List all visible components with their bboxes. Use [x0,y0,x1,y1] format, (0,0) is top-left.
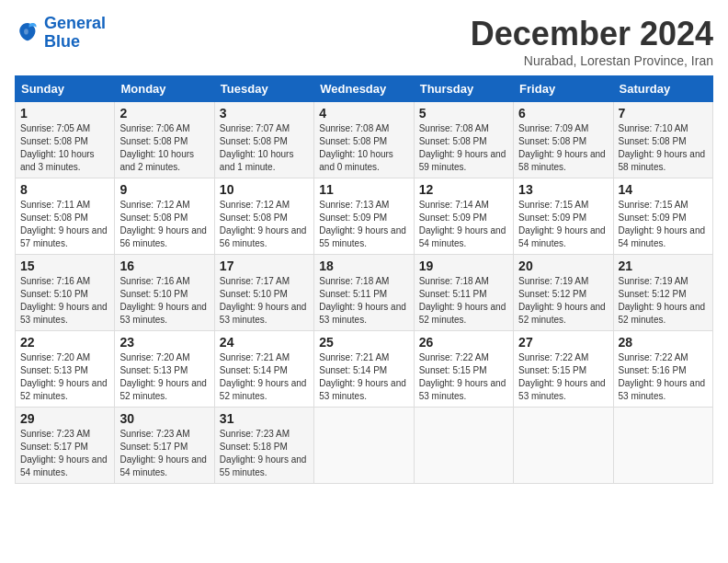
calendar-cell: 9Sunrise: 7:12 AMSunset: 5:08 PMDaylight… [115,178,214,255]
day-number: 26 [419,335,508,350]
day-number: 7 [619,106,708,121]
calendar-cell: 17Sunrise: 7:17 AMSunset: 5:10 PMDayligh… [214,255,313,331]
day-number: 10 [220,182,309,197]
weekday-monday: Monday [115,76,214,102]
calendar-cell: 26Sunrise: 7:22 AMSunset: 5:15 PMDayligh… [414,331,513,408]
day-number: 20 [518,259,608,273]
day-number: 15 [20,259,109,273]
calendar-cell: 29Sunrise: 7:23 AMSunset: 5:17 PMDayligh… [16,408,115,484]
day-number: 11 [319,182,408,197]
calendar-week-3: 15Sunrise: 7:16 AMSunset: 5:10 PMDayligh… [16,255,713,331]
calendar-cell: 2Sunrise: 7:06 AMSunset: 5:08 PMDaylight… [115,102,214,178]
day-info: Sunrise: 7:20 AMSunset: 5:13 PMDaylight:… [119,351,209,403]
day-info: Sunrise: 7:18 AMSunset: 5:11 PMDaylight:… [319,275,408,327]
calendar-cell: 27Sunrise: 7:22 AMSunset: 5:15 PMDayligh… [514,331,613,408]
calendar-week-4: 22Sunrise: 7:20 AMSunset: 5:13 PMDayligh… [16,331,713,408]
day-info: Sunrise: 7:15 AMSunset: 5:09 PMDaylight:… [619,199,708,250]
day-info: Sunrise: 7:15 AMSunset: 5:09 PMDaylight:… [518,199,608,250]
calendar-cell: 11Sunrise: 7:13 AMSunset: 5:09 PMDayligh… [314,178,414,255]
day-number: 2 [119,106,209,121]
day-info: Sunrise: 7:06 AMSunset: 5:08 PMDaylight:… [119,122,209,174]
day-info: Sunrise: 7:16 AMSunset: 5:10 PMDaylight:… [20,275,109,327]
calendar-week-5: 29Sunrise: 7:23 AMSunset: 5:17 PMDayligh… [16,408,713,484]
calendar-body: 1Sunrise: 7:05 AMSunset: 5:08 PMDaylight… [16,102,713,484]
day-info: Sunrise: 7:14 AMSunset: 5:09 PMDaylight:… [419,199,508,250]
day-number: 24 [220,335,309,350]
day-info: Sunrise: 7:23 AMSunset: 5:17 PMDaylight:… [119,428,209,479]
title-block: December 2024 Nurabad, Lorestan Province… [471,15,713,68]
day-info: Sunrise: 7:21 AMSunset: 5:14 PMDaylight:… [220,351,309,403]
day-number: 18 [319,259,408,273]
day-info: Sunrise: 7:22 AMSunset: 5:15 PMDaylight:… [518,351,608,403]
calendar-cell: 16Sunrise: 7:16 AMSunset: 5:10 PMDayligh… [115,255,214,331]
weekday-sunday: Sunday [16,76,115,102]
day-number: 12 [419,182,508,197]
day-number: 23 [119,335,209,350]
day-info: Sunrise: 7:19 AMSunset: 5:12 PMDaylight:… [518,275,608,327]
calendar-cell: 4Sunrise: 7:08 AMSunset: 5:08 PMDaylight… [314,102,414,178]
day-info: Sunrise: 7:22 AMSunset: 5:16 PMDaylight:… [619,351,708,403]
calendar-cell: 25Sunrise: 7:21 AMSunset: 5:14 PMDayligh… [314,331,414,408]
day-info: Sunrise: 7:19 AMSunset: 5:12 PMDaylight:… [619,275,708,327]
weekday-saturday: Saturday [613,76,712,102]
day-info: Sunrise: 7:11 AMSunset: 5:08 PMDaylight:… [20,199,109,250]
day-number: 8 [20,182,109,197]
day-info: Sunrise: 7:17 AMSunset: 5:10 PMDaylight:… [220,275,309,327]
day-info: Sunrise: 7:18 AMSunset: 5:11 PMDaylight:… [419,275,508,327]
calendar-cell: 8Sunrise: 7:11 AMSunset: 5:08 PMDaylight… [16,178,115,255]
day-info: Sunrise: 7:23 AMSunset: 5:18 PMDaylight:… [220,428,309,479]
month-title: December 2024 [471,15,713,53]
day-info: Sunrise: 7:21 AMSunset: 5:14 PMDaylight:… [319,351,408,403]
logo: General Blue [15,15,106,52]
calendar-table: SundayMondayTuesdayWednesdayThursdayFrid… [15,75,713,484]
day-number: 25 [319,335,408,350]
calendar-week-2: 8Sunrise: 7:11 AMSunset: 5:08 PMDaylight… [16,178,713,255]
calendar-cell: 12Sunrise: 7:14 AMSunset: 5:09 PMDayligh… [414,178,513,255]
location-subtitle: Nurabad, Lorestan Province, Iran [471,53,713,68]
day-info: Sunrise: 7:23 AMSunset: 5:17 PMDaylight:… [20,428,109,479]
day-info: Sunrise: 7:12 AMSunset: 5:08 PMDaylight:… [119,199,209,250]
day-number: 30 [119,411,209,426]
day-number: 5 [419,106,508,121]
calendar-cell: 31Sunrise: 7:23 AMSunset: 5:18 PMDayligh… [214,408,313,484]
calendar-cell: 15Sunrise: 7:16 AMSunset: 5:10 PMDayligh… [16,255,115,331]
day-info: Sunrise: 7:09 AMSunset: 5:08 PMDaylight:… [518,122,608,174]
day-number: 1 [20,106,109,121]
calendar-cell [514,408,613,484]
day-number: 9 [119,182,209,197]
day-number: 3 [220,106,309,121]
calendar-cell: 6Sunrise: 7:09 AMSunset: 5:08 PMDaylight… [514,102,613,178]
svg-point-0 [24,29,28,34]
calendar-cell: 18Sunrise: 7:18 AMSunset: 5:11 PMDayligh… [314,255,414,331]
day-info: Sunrise: 7:07 AMSunset: 5:08 PMDaylight:… [220,122,309,174]
calendar-cell: 22Sunrise: 7:20 AMSunset: 5:13 PMDayligh… [16,331,115,408]
calendar-cell: 5Sunrise: 7:08 AMSunset: 5:08 PMDaylight… [414,102,513,178]
weekday-wednesday: Wednesday [314,76,414,102]
weekday-tuesday: Tuesday [214,76,313,102]
day-number: 16 [119,259,209,273]
weekday-thursday: Thursday [414,76,513,102]
calendar-cell [613,408,712,484]
day-number: 27 [518,335,608,350]
day-number: 6 [518,106,608,121]
calendar-cell: 23Sunrise: 7:20 AMSunset: 5:13 PMDayligh… [115,331,214,408]
weekday-friday: Friday [514,76,613,102]
calendar-week-1: 1Sunrise: 7:05 AMSunset: 5:08 PMDaylight… [16,102,713,178]
calendar-cell: 14Sunrise: 7:15 AMSunset: 5:09 PMDayligh… [613,178,712,255]
calendar-cell [414,408,513,484]
logo-icon [15,20,40,46]
day-info: Sunrise: 7:05 AMSunset: 5:08 PMDaylight:… [20,122,109,174]
calendar-cell: 20Sunrise: 7:19 AMSunset: 5:12 PMDayligh… [514,255,613,331]
day-number: 22 [20,335,109,350]
day-info: Sunrise: 7:12 AMSunset: 5:08 PMDaylight:… [220,199,309,250]
calendar-cell [314,408,414,484]
calendar-cell: 3Sunrise: 7:07 AMSunset: 5:08 PMDaylight… [214,102,313,178]
day-number: 19 [419,259,508,273]
day-number: 29 [20,411,109,426]
day-number: 4 [319,106,408,121]
day-number: 13 [518,182,608,197]
day-number: 14 [619,182,708,197]
calendar-cell: 19Sunrise: 7:18 AMSunset: 5:11 PMDayligh… [414,255,513,331]
day-number: 21 [619,259,708,273]
day-info: Sunrise: 7:16 AMSunset: 5:10 PMDaylight:… [119,275,209,327]
